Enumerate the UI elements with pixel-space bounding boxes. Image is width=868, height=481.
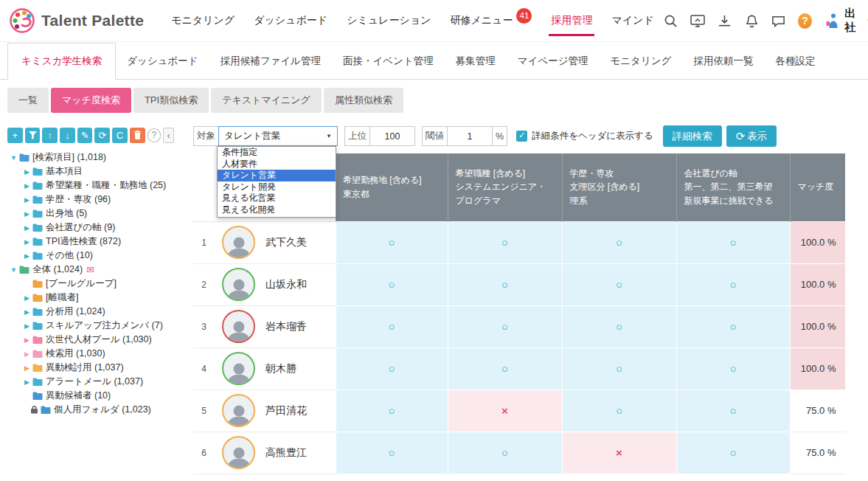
move-up-button[interactable]: ↑ [42, 128, 58, 143]
help-icon[interactable]: ? [798, 13, 812, 29]
download-icon[interactable] [718, 13, 732, 29]
target-select[interactable]: タレント営業 ▼ [218, 126, 338, 146]
tree-expand-icon[interactable]: ▶ [23, 378, 31, 386]
app-logo[interactable]: Talent Palette [9, 7, 144, 34]
tree-item-alert-mail[interactable]: ▶ アラートメール (1,037) [0, 375, 190, 389]
dropdown-option[interactable]: タレント開発 [218, 181, 336, 193]
tree-expand-icon[interactable]: ▶ [23, 196, 31, 204]
tab-hiring-requests[interactable]: 採用依頼一覧 [682, 44, 764, 79]
tree-item-all[interactable]: ▼ 全体 (1,024) ✉ [0, 263, 190, 277]
tree-expand-icon[interactable]: ▶ [23, 308, 31, 316]
filter-button[interactable] [25, 128, 41, 143]
dropdown-option[interactable]: 人材要件 [218, 159, 336, 170]
show-detail-header-checkbox-group[interactable]: 詳細条件をヘッダに表示する [516, 130, 653, 142]
tab-kimisuka-student-search[interactable]: キミスカ学生検索 [7, 43, 116, 80]
copy-button[interactable]: C [112, 128, 128, 143]
attendance-status-menu[interactable]: 出社 ▼ [824, 7, 868, 35]
tab-candidate-files[interactable]: 採用候補ファイル管理 [209, 44, 332, 79]
tree-item-pool-group[interactable]: [プールグループ] [0, 277, 190, 291]
threshold-input[interactable] [447, 126, 493, 146]
tree-expand-icon[interactable]: ▶ [23, 252, 31, 260]
top-input[interactable] [369, 126, 415, 146]
candidate-cell[interactable]: 芦田清花 [215, 390, 336, 432]
subtab-tpi-similarity[interactable]: TPI類似検索 [133, 88, 209, 113]
dropdown-option[interactable]: タレント営業 [218, 170, 336, 181]
candidate-name[interactable]: 高熊豊江 [265, 446, 307, 460]
tree-item-transfer-candidates[interactable]: 異動候補者 (10) [0, 389, 190, 403]
tree-expand-icon[interactable]: ▼ [10, 266, 18, 274]
subtab-text-mining[interactable]: テキストマイニング [211, 88, 322, 113]
tree-expand-icon[interactable]: ▶ [23, 210, 31, 218]
subtab-list[interactable]: 一覧 [7, 88, 49, 113]
nav-recruitment[interactable]: 採用管理 [541, 0, 602, 41]
nav-mind[interactable]: マインド [602, 0, 663, 41]
app-title: Talent Palette [41, 12, 144, 30]
tree-expand-icon[interactable]: ▶ [23, 336, 31, 344]
dropdown-option[interactable]: 見える化営業 [218, 193, 336, 204]
nav-training-menu[interactable]: 研修メニュー41 [440, 0, 541, 41]
tree-expand-icon[interactable]: ▶ [23, 224, 31, 232]
tree-item-analysis[interactable]: ▶ 分析用 (1,024) [0, 305, 190, 319]
subtab-match-search[interactable]: マッチ度検索 [51, 88, 131, 113]
tree-item-industry[interactable]: ▶ 希望業種・職種・勤務地 (25) [0, 179, 190, 193]
tree-item-next-gen-pool[interactable]: ▶ 次世代人材プール (1,030) [0, 333, 190, 347]
tree-expand-icon[interactable]: ▶ [23, 364, 31, 372]
add-folder-button[interactable]: + [7, 128, 23, 143]
dropdown-option[interactable]: 見える化開発 [218, 204, 336, 216]
tree-expand-icon[interactable]: ▶ [23, 168, 31, 176]
tab-recruiting[interactable]: 募集管理 [445, 44, 507, 79]
tree-item-education[interactable]: ▶ 学歴・専攻 (96) [0, 193, 190, 207]
tree-expand-icon[interactable]: ▶ [23, 294, 31, 302]
candidate-name[interactable]: 山坂永和 [265, 278, 307, 291]
tree-item-company-axis[interactable]: ▶ 会社選びの軸 (9) [0, 221, 190, 235]
nav-monitoring[interactable]: モニタリング [162, 0, 244, 41]
candidate-cell[interactable]: 朝木勝 [215, 347, 336, 390]
delete-folder-button[interactable] [130, 128, 145, 143]
chat-icon[interactable] [771, 13, 785, 29]
tab-interview-events[interactable]: 面接・イベント管理 [332, 44, 445, 79]
tab-mypage[interactable]: マイページ管理 [507, 44, 600, 79]
collapse-sidebar-button[interactable]: ‹ [163, 128, 174, 143]
tree-help-icon[interactable]: ? [147, 128, 162, 142]
tree-item-hometown[interactable]: ▶ 出身地 (5) [0, 207, 190, 221]
refresh-button[interactable]: ⟳ [94, 128, 110, 143]
match-mark-cell: ○ [336, 305, 448, 347]
bell-icon[interactable] [744, 13, 758, 29]
nav-dashboard[interactable]: ダッシュボード [244, 0, 337, 41]
tab-settings[interactable]: 各種設定 [764, 44, 826, 79]
tree-item-transfer-review[interactable]: ▶ 異動検討用 (1,037) [0, 361, 190, 375]
candidate-name[interactable]: 岩本瑠香 [265, 320, 307, 333]
candidate-cell[interactable]: 高熊豊江 [215, 432, 336, 474]
tab-monitoring[interactable]: モニタリング [599, 44, 682, 79]
tree-item-basic[interactable]: ▶ 基本項目 [0, 165, 190, 179]
tree-item-personal-folder[interactable]: 個人用フォルダ (1,023) [0, 403, 190, 417]
candidate-cell[interactable]: 山坂永和 [215, 263, 336, 305]
tree-item-search-fields[interactable]: ▼ [検索項目] (1,018) [0, 150, 190, 165]
tree-expand-icon[interactable]: ▶ [23, 238, 31, 246]
tree-item-skillup[interactable]: ▶ スキルアップ注力メンバ (7) [0, 319, 190, 333]
subtab-attribute-similarity[interactable]: 属性類似検索 [324, 88, 403, 113]
candidate-cell[interactable]: 武下久美 [215, 221, 336, 263]
candidate-name[interactable]: 朝木勝 [265, 362, 296, 376]
move-down-button[interactable]: ↓ [60, 128, 75, 143]
screen-share-icon[interactable] [690, 13, 705, 29]
dropdown-option[interactable]: 条件指定 [218, 147, 336, 159]
tree-expand-icon[interactable]: ▶ [23, 182, 31, 190]
search-icon[interactable] [664, 13, 678, 29]
candidate-cell[interactable]: 岩本瑠香 [215, 305, 336, 347]
tree-expand-icon[interactable]: ▶ [23, 322, 31, 330]
tree-expand-icon[interactable]: ▼ [10, 154, 18, 162]
tree-item-tpi[interactable]: ▶ TPI適性検査 (872) [0, 235, 190, 249]
tree-item-other[interactable]: ▶ その他 (10) [0, 249, 190, 263]
tree-expand-icon[interactable]: ▶ [23, 350, 31, 358]
refresh-display-button[interactable]: ⟳ 表示 [726, 125, 777, 147]
detail-search-button[interactable]: 詳細検索 [663, 125, 722, 147]
nav-simulation[interactable]: シミュレーション [337, 0, 440, 41]
tree-item-leavers[interactable]: ▶ [離職者] [0, 291, 190, 305]
checkbox[interactable] [516, 131, 527, 142]
tab-dashboard[interactable]: ダッシュボード [116, 44, 209, 79]
edit-button[interactable]: ✎ [77, 128, 93, 143]
tree-item-search-use[interactable]: ▶ 検索用 (1,030) [0, 347, 190, 361]
candidate-name[interactable]: 芦田清花 [265, 404, 307, 418]
candidate-name[interactable]: 武下久美 [265, 236, 307, 249]
